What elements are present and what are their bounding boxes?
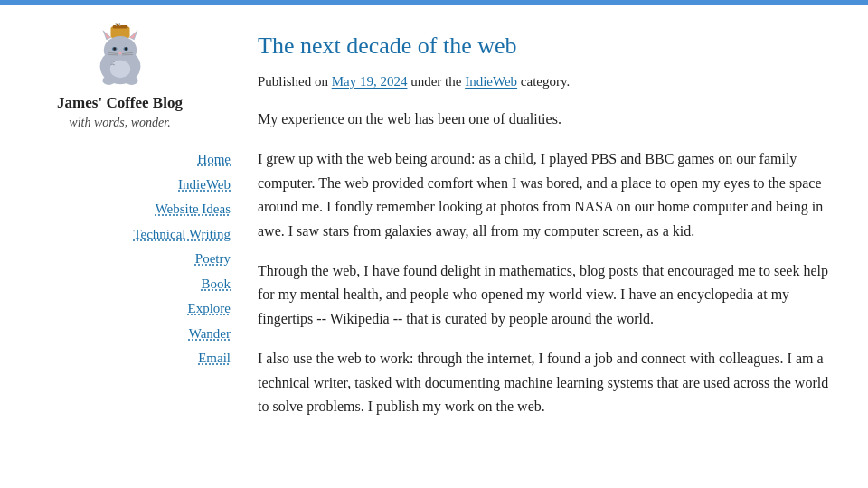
svg-point-19	[125, 76, 137, 85]
article-body: My experience on the web has been one of…	[258, 108, 841, 418]
nav-technical-writing[interactable]: Technical Writing	[133, 223, 231, 247]
nav-explore[interactable]: Explore	[188, 297, 231, 321]
nav-wander[interactable]: Wander	[189, 323, 231, 346]
svg-point-18	[102, 76, 115, 85]
nav-book[interactable]: Book	[201, 273, 231, 296]
layout: James' Coffee Blog with words, wonder. H…	[0, 5, 868, 488]
meta-category[interactable]: IndieWeb	[465, 74, 517, 89]
nav-email[interactable]: Email	[198, 347, 231, 371]
svg-point-12	[124, 47, 127, 51]
meta-suffix: category.	[517, 74, 570, 89]
nav-website-ideas[interactable]: Website Ideas	[156, 198, 231, 221]
sidebar: James' Coffee Blog with words, wonder. H…	[0, 5, 240, 488]
site-logo	[89, 23, 152, 87]
site-title: James' Coffee Blog	[57, 94, 183, 112]
article-meta: Published on May 19, 2024 under the Indi…	[258, 74, 841, 89]
article-paragraph-3: Through the web, I have found delight in…	[258, 259, 841, 331]
site-tagline: with words, wonder.	[69, 116, 170, 130]
article-title: The next decade of the web	[258, 33, 841, 60]
svg-point-4	[103, 36, 136, 64]
nav-indieweb[interactable]: IndieWeb	[178, 174, 231, 197]
meta-prefix: Published on	[258, 74, 332, 89]
nav-poetry[interactable]: Poetry	[195, 248, 231, 271]
article-paragraph-2: I grew up with the web being around: as …	[258, 147, 841, 243]
svg-point-13	[118, 52, 122, 55]
main-nav: Home IndieWeb Website Ideas Technical Wr…	[9, 148, 231, 371]
meta-date[interactable]: May 19, 2024	[332, 74, 408, 89]
article-paragraph-1: My experience on the web has been one of…	[258, 108, 841, 131]
svg-point-11	[113, 47, 116, 51]
article-paragraph-4: I also use the web to work: through the …	[258, 347, 841, 418]
nav-home[interactable]: Home	[197, 148, 231, 172]
main-content: The next decade of the web Published on …	[240, 5, 868, 488]
meta-middle: under the	[407, 74, 465, 89]
svg-point-20	[109, 61, 129, 79]
